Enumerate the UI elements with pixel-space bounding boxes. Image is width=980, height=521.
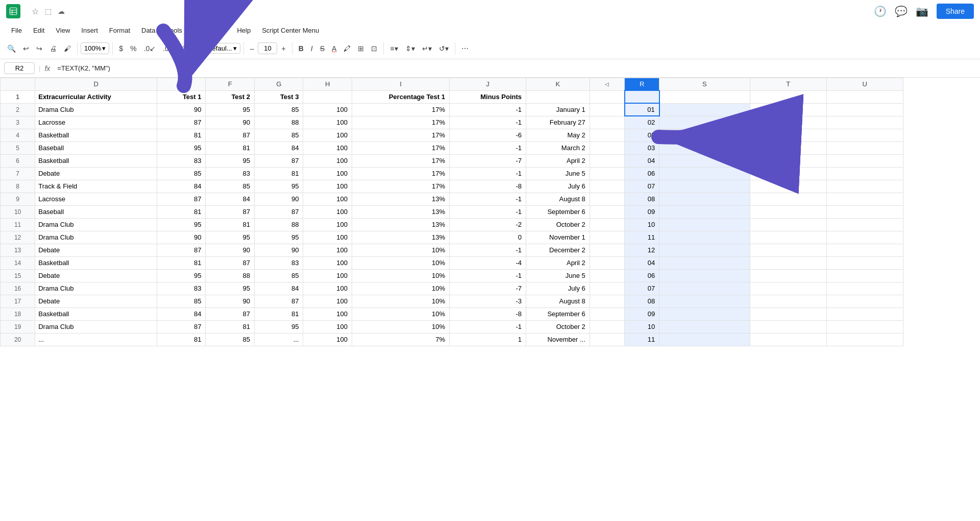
history-icon[interactable]: 🕐 (874, 5, 887, 17)
cell-K[interactable]: April 2 (526, 154, 590, 167)
cell-reference-input[interactable] (4, 62, 35, 74)
cell-F[interactable]: 95 (206, 231, 255, 244)
cell-F[interactable]: 95 (206, 103, 255, 116)
cell-F[interactable]: 81 (206, 141, 255, 154)
cell-T[interactable] (750, 129, 826, 141)
cell-U[interactable] (826, 167, 903, 180)
cell-R[interactable]: 04 (625, 154, 659, 167)
cell-I[interactable]: 13% (352, 218, 449, 231)
cell-R[interactable]: 04 (625, 256, 659, 269)
cell-H[interactable]: 100 (303, 167, 352, 180)
cell-J[interactable]: -7 (450, 154, 526, 167)
undo-button[interactable]: ↩ (20, 42, 32, 55)
cell-G[interactable]: 81 (254, 167, 303, 180)
increase-font-button[interactable]: + (278, 42, 288, 55)
cell-K[interactable]: October 2 (526, 218, 590, 231)
row-num-1[interactable]: 1 (1, 90, 35, 103)
cell-G[interactable]: 85 (254, 269, 303, 282)
cell-T[interactable] (750, 103, 826, 116)
cell-H[interactable]: 100 (303, 193, 352, 205)
format-123-button[interactable]: 123 (179, 42, 197, 55)
cell-F[interactable]: 88 (206, 269, 255, 282)
cell-G[interactable]: 90 (254, 244, 303, 256)
doc-icon[interactable]: ⬚ (45, 7, 52, 15)
header-S[interactable] (659, 90, 750, 103)
cell-F[interactable]: 81 (206, 320, 255, 333)
cell-S[interactable] (659, 193, 750, 205)
cell-H[interactable]: 100 (303, 205, 352, 218)
cell-D[interactable]: Lacrosse (35, 193, 157, 205)
row-num[interactable]: 5 (1, 141, 35, 154)
cell-J[interactable]: -1 (450, 193, 526, 205)
decrease-font-button[interactable]: – (247, 42, 257, 55)
menu-file[interactable]: File (6, 25, 27, 36)
cell-T[interactable] (750, 193, 826, 205)
cell-I[interactable]: 10% (352, 269, 449, 282)
cell-T[interactable] (750, 141, 826, 154)
cell-S[interactable] (659, 282, 750, 295)
cell-J[interactable]: -6 (450, 129, 526, 141)
row-num[interactable]: 18 (1, 307, 35, 320)
cell-R[interactable]: 11 (625, 231, 659, 244)
cell-H[interactable]: 100 (303, 320, 352, 333)
cell-S[interactable] (659, 218, 750, 231)
row-num[interactable]: 14 (1, 256, 35, 269)
cell-R[interactable]: 03 (625, 141, 659, 154)
cell-H[interactable]: 100 (303, 154, 352, 167)
cell-J[interactable]: 0 (450, 231, 526, 244)
cell-D[interactable]: Basketball (35, 256, 157, 269)
more-button[interactable]: ⋯ (458, 42, 472, 55)
cell-F[interactable]: 84 (206, 193, 255, 205)
cell-R[interactable]: 08 (625, 295, 659, 307)
cell-D[interactable]: Basketball (35, 307, 157, 320)
cell-G[interactable]: 87 (254, 205, 303, 218)
cell-G[interactable]: 95 (254, 320, 303, 333)
menu-extensions[interactable]: Extensions (188, 25, 231, 36)
cell-E[interactable]: 85 (157, 295, 206, 307)
cell-K[interactable]: May 2 (526, 129, 590, 141)
cell-G[interactable]: 87 (254, 295, 303, 307)
cell-E[interactable]: 84 (157, 180, 206, 193)
col-header-T[interactable]: T (750, 78, 826, 91)
cell-H[interactable]: 100 (303, 231, 352, 244)
cell-G[interactable]: 88 (254, 218, 303, 231)
cell-U[interactable] (826, 282, 903, 295)
cell-J[interactable]: -4 (450, 256, 526, 269)
cell-H[interactable]: 100 (303, 141, 352, 154)
text-color-button[interactable]: A (329, 42, 339, 55)
formula-input[interactable] (54, 63, 976, 74)
col-header-expand[interactable]: ◁ (590, 78, 624, 91)
redo-button[interactable]: ↪ (33, 42, 45, 55)
menu-insert[interactable]: Insert (76, 25, 103, 36)
cell-G[interactable]: 84 (254, 282, 303, 295)
cell-T[interactable] (750, 205, 826, 218)
menu-view[interactable]: View (51, 25, 75, 36)
paint-format-button[interactable]: 🖌 (61, 42, 74, 55)
cell-J[interactable]: -1 (450, 320, 526, 333)
col-header-D[interactable]: D (35, 78, 157, 91)
menu-tools[interactable]: Tools (161, 25, 187, 36)
cell-R[interactable]: 05 (625, 129, 659, 141)
cell-D[interactable]: Drama Club (35, 103, 157, 116)
cell-J[interactable]: -1 (450, 244, 526, 256)
cell-F[interactable]: 85 (206, 333, 255, 346)
header-T[interactable] (750, 90, 826, 103)
cell-G[interactable]: 84 (254, 141, 303, 154)
cell-T[interactable] (750, 180, 826, 193)
cell-H[interactable]: 100 (303, 218, 352, 231)
cell-H[interactable]: 100 (303, 307, 352, 320)
cell-S[interactable] (659, 269, 750, 282)
cell-J[interactable]: -8 (450, 307, 526, 320)
cell-T[interactable] (750, 116, 826, 129)
cell-R[interactable]: 09 (625, 205, 659, 218)
cell-U[interactable] (826, 154, 903, 167)
row-num[interactable]: 20 (1, 333, 35, 346)
cell-I[interactable]: 10% (352, 320, 449, 333)
row-num[interactable]: 11 (1, 218, 35, 231)
share-button[interactable]: Share (937, 4, 974, 19)
cell-U[interactable] (826, 295, 903, 307)
cell-E[interactable]: 87 (157, 193, 206, 205)
merge-button[interactable]: ⊡ (368, 42, 380, 55)
cell-U[interactable] (826, 116, 903, 129)
font-selector[interactable]: Defaul... ▾ (204, 43, 240, 54)
